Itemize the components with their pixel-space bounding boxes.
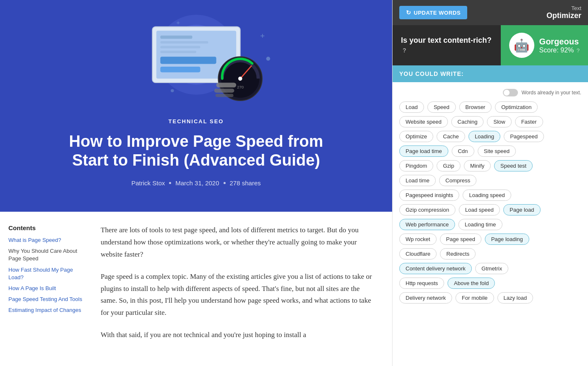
tag-gtmetrix[interactable]: Gtmetrix [475, 263, 508, 274]
tag-faster[interactable]: Faster [515, 116, 543, 127]
tag-page-load-time[interactable]: Page load time [399, 145, 448, 157]
tag-cdn[interactable]: Cdn [452, 145, 474, 157]
hero-shares: 278 shares [230, 179, 261, 187]
svg-rect-5 [160, 41, 208, 44]
tag-http-requests[interactable]: Http requests [399, 278, 444, 289]
tag-minify[interactable]: Minify [464, 160, 491, 171]
tags-area: Words already in your text. Load Speed B… [393, 82, 588, 366]
tag-browser[interactable]: Browser [459, 101, 492, 113]
svg-rect-6 [160, 46, 200, 49]
toc-item-1[interactable]: What is Page Speed? [8, 236, 84, 244]
score-right: 🤖 Gorgeous Score: 92% ? [501, 25, 588, 65]
tag-pagespeed-insights[interactable]: Pagespeed insights [399, 189, 459, 201]
tag-loading[interactable]: Loading [468, 131, 500, 142]
tag-page-load[interactable]: Page load [503, 204, 541, 215]
tags-row-13: Http requests Above the fold [399, 278, 581, 289]
tag-compress[interactable]: Compress [439, 175, 476, 186]
you-could-write-section: YOU COULD WRITE: [393, 65, 588, 82]
tag-site-speed[interactable]: Site speed [478, 145, 516, 157]
tags-toggle-row: Words already in your text. [399, 89, 581, 96]
help-icon-left[interactable]: ? [403, 47, 406, 54]
svg-rect-17 [215, 94, 233, 97]
tag-delivery-network[interactable]: Delivery network [399, 292, 452, 304]
tag-speed[interactable]: Speed [427, 101, 456, 113]
hero-meta: Patrick Stox March 31, 2020 278 shares [131, 179, 260, 187]
tag-web-performance[interactable]: Web performance [399, 219, 455, 230]
tags-row-10: Wp rocket Page speed Page loading [399, 234, 581, 245]
toc-item-5[interactable]: Page Speed Testing And Tools [8, 296, 84, 303]
tag-slow[interactable]: Slow [487, 116, 511, 127]
tag-gzip-compression[interactable]: Gzip compression [399, 204, 455, 215]
svg-text:270: 270 [237, 85, 244, 89]
hero-category: TECHNICAL SEO [169, 118, 224, 125]
svg-text:+: + [260, 31, 265, 40]
tag-content-delivery-network[interactable]: Content delivery network [399, 263, 472, 274]
score-value: Score: 92% ? [539, 47, 580, 54]
toc-item-6[interactable]: Estimating Impact of Changes [8, 306, 84, 314]
score-section: Is your text content-rich? ? 🤖 Gorgeous … [393, 25, 588, 65]
svg-rect-7 [160, 51, 196, 53]
tag-optimization[interactable]: Optimization [495, 101, 538, 113]
tags-row-3: Optimize Cache Loading Pagespeed [399, 131, 581, 142]
tag-caching[interactable]: Caching [451, 116, 484, 127]
tag-pagespeed[interactable]: Pagespeed [504, 131, 544, 142]
hero-title: How to Improve Page Speed from Start to … [49, 132, 343, 170]
tags-row-14: Delivery network For mobile Lazy load [399, 292, 581, 304]
update-words-button[interactable]: ↻ UPDATE WORDS [399, 6, 467, 19]
hero-date: March 31, 2020 [175, 179, 219, 187]
tag-lazy-load[interactable]: Lazy load [497, 292, 533, 304]
update-words-label: UPDATE WORDS [414, 10, 461, 16]
tag-page-loading[interactable]: Page loading [485, 234, 529, 245]
tag-loading-speed[interactable]: Loading speed [463, 189, 511, 201]
toc-item-4[interactable]: How A Page Is Built [8, 285, 84, 292]
tag-above-the-fold[interactable]: Above the fold [448, 278, 495, 289]
svg-rect-4 [160, 36, 192, 39]
svg-text:+: + [176, 19, 180, 26]
help-icon-right[interactable]: ? [577, 47, 580, 54]
svg-rect-16 [214, 88, 234, 93]
toc-title: Contents [8, 224, 84, 231]
toc-item-3[interactable]: How Fast Should My Page Load? [8, 266, 84, 281]
tag-cloudflare[interactable]: Cloudflare [399, 248, 437, 260]
tag-speed-test[interactable]: Speed test [494, 160, 533, 171]
tag-loading-time[interactable]: Loading time [458, 219, 502, 230]
svg-rect-9 [160, 67, 200, 72]
main-content: 270 + + TECHNICAL SEO How to Improve Pag… [0, 0, 392, 366]
logo-text-text: Text [571, 5, 581, 11]
tag-for-mobile[interactable]: For mobile [455, 292, 494, 304]
toc-list: What is Page Speed? Why You Should Care … [8, 236, 84, 314]
tag-website-speed[interactable]: Website speed [399, 116, 448, 127]
svg-point-20 [266, 57, 270, 61]
article-para-3: With that said, if you are not technical… [101, 329, 375, 341]
tag-wp-rocket[interactable]: Wp rocket [399, 234, 437, 245]
tags-row-8: Gzip compression Load speed Page load [399, 204, 581, 215]
you-could-write-title: YOU COULD WRITE: [399, 70, 581, 77]
tags-row-6: Load time Compress [399, 175, 581, 186]
toggle-label: Words already in your text. [521, 90, 581, 96]
tag-cache[interactable]: Cache [437, 131, 465, 142]
tag-load[interactable]: Load [399, 101, 424, 113]
tag-optimize[interactable]: Optimize [399, 131, 433, 142]
toggle-switch[interactable] [503, 89, 518, 96]
score-left: Is your text content-rich? ? [393, 25, 501, 65]
right-sidebar: ↻ UPDATE WORDS Text Optimizer Is your te… [392, 0, 588, 366]
tag-load-speed[interactable]: Load speed [459, 204, 500, 215]
hero-dot-2 [224, 182, 226, 184]
tags-row-5: Pingdom Gzip Minify Speed test [399, 160, 581, 171]
hero-section: 270 + + TECHNICAL SEO How to Improve Pag… [0, 0, 392, 212]
robot-avatar: 🤖 [509, 33, 534, 58]
tag-load-time[interactable]: Load time [399, 175, 436, 186]
tag-page-speed[interactable]: Page speed [440, 234, 481, 245]
svg-point-13 [238, 77, 242, 81]
tag-gzip[interactable]: Gzip [437, 160, 461, 171]
score-rating: Gorgeous [539, 37, 580, 47]
tag-redirects[interactable]: Redirects [440, 248, 476, 260]
hero-author: Patrick Stox [131, 179, 165, 187]
logo-brand-text: Optimizer [546, 11, 581, 20]
tag-pingdom[interactable]: Pingdom [399, 160, 433, 171]
svg-rect-8 [160, 57, 216, 64]
tags-row-4: Page load time Cdn Site speed [399, 145, 581, 157]
tags-row-12: Content delivery network Gtmetrix [399, 263, 581, 274]
tags-row-7: Pagespeed insights Loading speed [399, 189, 581, 201]
article-para-2: Page speed is a complex topic. Many of t… [101, 271, 375, 319]
